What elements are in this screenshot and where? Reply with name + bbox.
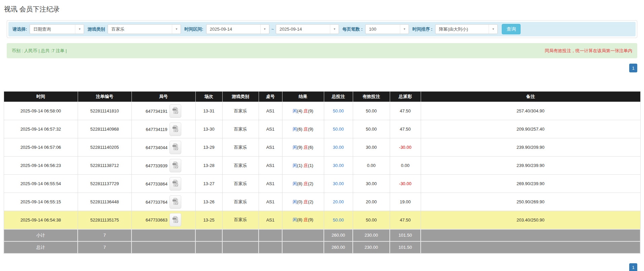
page-title: 视讯 会员下注纪录 xyxy=(4,5,644,14)
chevron-down-icon[interactable]: ▼ xyxy=(330,25,339,34)
cell-payout: 47.50 xyxy=(390,120,421,138)
total-bet-link[interactable]: 50.00 xyxy=(333,217,344,223)
totals-session xyxy=(195,229,222,241)
summary-bar: 币别 : 人民币 | 总共 :7 注单 | 同局有效投注，统一计算在该局第一张注… xyxy=(7,43,637,58)
total-bet-link[interactable]: 20.00 xyxy=(333,199,344,204)
cell-bet-id: 522811137729 xyxy=(78,175,131,193)
total-bet-link[interactable]: 50.00 xyxy=(333,127,344,132)
date-to-select[interactable]: 2025-09-14 ▼ xyxy=(276,24,339,34)
cell-bet-id: 522811135175 xyxy=(78,211,131,229)
cell-session: 13-27 xyxy=(195,175,222,193)
cell-game-type: 百家乐 xyxy=(222,102,259,120)
search-button[interactable]: 查询 xyxy=(502,24,521,34)
video-replay-button[interactable] xyxy=(169,195,181,209)
query-type-select[interactable]: 日期查询 ▼ xyxy=(30,24,84,34)
cell-payout: 0.00 xyxy=(390,157,421,175)
round-number: 647733764 xyxy=(146,199,167,204)
cell-payout: -30.00 xyxy=(390,175,421,193)
cell-valid-bet: 0.00 xyxy=(353,157,390,175)
totals-session xyxy=(195,241,222,253)
round-number: 647734191 xyxy=(146,108,167,113)
total-bet-link[interactable]: 30.00 xyxy=(333,163,344,168)
page-size-select[interactable]: 100 ▼ xyxy=(365,24,409,34)
currency-total-text: 币别 : 人民币 | 总共 :7 注单 | xyxy=(12,48,67,54)
date-from-select[interactable]: 2025-09-14 ▼ xyxy=(206,24,269,34)
totals-note xyxy=(421,229,640,241)
video-replay-button[interactable] xyxy=(169,159,181,172)
table-row: 2025-09-14 06:55:54522811137729647733864… xyxy=(4,175,640,193)
cell-session: 13-31 xyxy=(195,102,222,120)
cell-round: 647734191 xyxy=(131,102,195,120)
table-row: 2025-09-14 06:54:38522811135175647733663… xyxy=(4,211,640,229)
cell-result: 闲(9) 庄(6) xyxy=(282,138,324,157)
cell-game-type: 百家乐 xyxy=(222,193,259,211)
round-number: 647733939 xyxy=(146,163,167,168)
filter-panel: 请选择: 日期查询 ▼ 游戏类别 百家乐 ▼ 时间区间: 2025-09-14 … xyxy=(7,20,637,38)
cell-table-number: AS1 xyxy=(259,193,282,211)
cell-note: 250.90/269.90 xyxy=(421,193,640,211)
column-header: 备注 xyxy=(421,92,640,102)
cell-time: 2025-09-14 06:57:32 xyxy=(4,120,78,138)
round-number: 647733864 xyxy=(146,181,167,186)
chevron-down-icon[interactable]: ▼ xyxy=(489,25,497,34)
chevron-down-icon[interactable]: ▼ xyxy=(400,25,409,34)
page-1-button[interactable]: 1 xyxy=(629,64,637,72)
result-banker-label: 庄 xyxy=(304,163,308,168)
chevron-down-icon[interactable]: ▼ xyxy=(172,25,181,34)
video-replay-button[interactable] xyxy=(169,213,181,227)
cell-game-type: 百家乐 xyxy=(222,120,259,138)
column-header: 游戏类别 xyxy=(222,92,259,102)
cell-valid-bet: 50.00 xyxy=(353,211,390,229)
cell-result: 闲(1) 庄(1) xyxy=(282,157,324,175)
video-replay-button[interactable] xyxy=(169,104,181,118)
result-banker-label: 庄 xyxy=(304,217,308,222)
total-bet-link[interactable]: 30.00 xyxy=(333,181,344,186)
result-player-label: 闲 xyxy=(293,217,297,222)
cell-bet-id: 522811140968 xyxy=(78,120,131,138)
table-row: 2025-09-14 06:58:00522811141810647734191… xyxy=(4,102,640,120)
cell-game-type: 百家乐 xyxy=(222,211,259,229)
sort-order-select[interactable]: 降冪(由大到小) ▼ xyxy=(435,24,498,34)
round-number: 647734119 xyxy=(146,127,167,132)
result-player-label: 闲 xyxy=(293,199,297,204)
video-replay-button[interactable] xyxy=(169,123,181,136)
chevron-down-icon[interactable]: ▼ xyxy=(75,25,84,34)
cell-total-bet: 50.00 xyxy=(324,120,353,138)
cell-payout: 47.50 xyxy=(390,211,421,229)
cell-round: 647733663 xyxy=(131,211,195,229)
table-row: 2025-09-14 06:56:23522811138712647733939… xyxy=(4,157,640,175)
column-header: 有效投注 xyxy=(353,92,390,102)
cell-result: 闲(4) 庄(9) xyxy=(282,102,324,120)
cell-payout: -30.00 xyxy=(390,138,421,157)
cell-note: 239.90/209.90 xyxy=(421,138,640,157)
bet-records-table-wrap: 时间注单编号局号场次游戏类别桌号结果总投注有效投注总派彩备注 2025-09-1… xyxy=(3,91,641,254)
totals-round xyxy=(131,241,195,253)
totals-table xyxy=(259,241,282,253)
page-1-button[interactable]: 1 xyxy=(629,263,637,271)
total-bet-link[interactable]: 30.00 xyxy=(333,145,344,150)
table-header-row: 时间注单编号局号场次游戏类别桌号结果总投注有效投注总派彩备注 xyxy=(4,92,640,102)
page-size-label: 每页笔数 : xyxy=(342,26,363,32)
totals-count: 7 xyxy=(78,241,131,253)
column-header: 局号 xyxy=(131,92,195,102)
total-bet-link[interactable]: 50.00 xyxy=(333,108,344,113)
cell-session: 13-25 xyxy=(195,211,222,229)
video-replay-button[interactable] xyxy=(169,177,181,191)
cell-time: 2025-09-14 06:57:06 xyxy=(4,138,78,157)
game-type-value: 百家乐 xyxy=(108,26,172,32)
video-replay-button[interactable] xyxy=(169,141,181,154)
round-number: 647733663 xyxy=(146,217,167,223)
cell-total-bet: 20.00 xyxy=(324,193,353,211)
cell-time: 2025-09-14 06:58:00 xyxy=(4,102,78,120)
cell-round: 647733864 xyxy=(131,175,195,193)
cell-round: 647733764 xyxy=(131,193,195,211)
totals-total-bet: 260.00 xyxy=(324,241,353,253)
round-number: 647734044 xyxy=(146,145,167,150)
cell-total-bet: 30.00 xyxy=(324,157,353,175)
cell-table-number: AS1 xyxy=(259,175,282,193)
cell-game-type: 百家乐 xyxy=(222,157,259,175)
totals-total-bet: 260.00 xyxy=(324,229,353,241)
chevron-down-icon[interactable]: ▼ xyxy=(260,25,269,34)
column-header: 场次 xyxy=(195,92,222,102)
game-type-select[interactable]: 百家乐 ▼ xyxy=(108,24,181,34)
